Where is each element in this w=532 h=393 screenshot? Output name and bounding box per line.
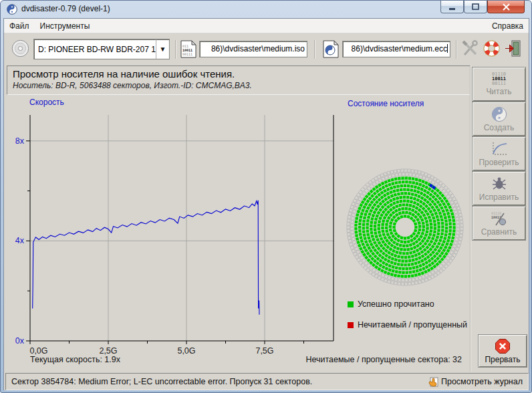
medium-info: Носитель: BD-R, 5063488 секторов, Изгот.… bbox=[13, 81, 464, 90]
current-speed-status: Текущая скорость: 1.9x bbox=[30, 355, 120, 364]
svg-text:7,5G: 7,5G bbox=[255, 346, 273, 356]
fix-button[interactable]: Исправить bbox=[472, 171, 526, 206]
maximize-button[interactable] bbox=[464, 1, 487, 13]
preferences-tools-icon[interactable] bbox=[462, 40, 479, 57]
toolbar-separator bbox=[314, 40, 315, 59]
menu-file[interactable]: Файл bbox=[4, 19, 35, 33]
stop-x-icon bbox=[495, 338, 511, 354]
ecc-path-value: 86)\dvdisaster\medium.ecc bbox=[352, 44, 448, 53]
compare-button[interactable]: 01110 10011 Сравнить bbox=[472, 206, 526, 241]
drive-selector-value: D: PIONEER BD-RW BDR-207 1 bbox=[34, 45, 156, 54]
close-button[interactable] bbox=[487, 1, 525, 13]
action-title: Просмотр носителя на наличие ошибок чтен… bbox=[13, 68, 464, 80]
menu-tools[interactable]: Инструменты bbox=[35, 19, 96, 33]
app-window: dvdisaster-0.79 (devel-1) Файл Инструмен… bbox=[0, 0, 532, 393]
minimize-button[interactable] bbox=[440, 1, 464, 13]
speed-chart: 0,0G2,5G5,0G7,5G0x4x8x bbox=[4, 107, 338, 357]
legend-label-read: Успешно прочитано bbox=[358, 299, 434, 309]
status-footer: Сектор 3854784: Medium Error; L-EC uncor… bbox=[5, 373, 529, 390]
text-caret bbox=[447, 44, 448, 53]
menubar: Файл Инструменты Справка bbox=[4, 19, 529, 33]
menu-help[interactable]: Справка bbox=[487, 19, 529, 33]
svg-text:8x: 8x bbox=[15, 136, 25, 146]
svg-text:00111: 00111 bbox=[182, 52, 192, 56]
curve-chart-icon bbox=[491, 141, 508, 157]
legend-swatch-red bbox=[348, 322, 354, 328]
ecc-file-icon bbox=[323, 40, 339, 58]
window-title: dvdisaster-0.79 (devel-1) bbox=[21, 4, 110, 13]
iso-file-icon: 011 10011 00111 bbox=[180, 40, 196, 58]
titlebar: dvdisaster-0.79 (devel-1) bbox=[1, 1, 531, 18]
yinyang-icon bbox=[491, 106, 507, 122]
toolbar-separator bbox=[456, 40, 457, 59]
chevron-down-icon: ▼ bbox=[156, 39, 169, 59]
view-log-link[interactable]: Просмотреть журнал bbox=[428, 377, 523, 387]
toolbar-separator bbox=[175, 40, 176, 59]
action-header-panel: Просмотр носителя на наличие ошибок чтен… bbox=[7, 66, 471, 95]
app-yinyang-icon bbox=[7, 4, 17, 15]
iso-path-field[interactable]: 86)\dvdisaster\medium.iso bbox=[199, 41, 307, 57]
legend-label-unreadable: Нечитаемый / пропущенный bbox=[358, 320, 467, 330]
footer-message: Сектор 3854784: Medium Error; L-EC uncor… bbox=[11, 377, 312, 386]
chart-title: Скорость bbox=[29, 98, 64, 107]
help-lifebuoy-icon[interactable] bbox=[483, 39, 501, 57]
legend-swatch-green bbox=[348, 301, 354, 307]
svg-text:5,0G: 5,0G bbox=[177, 346, 195, 356]
iso-path-value: 86)\dvdisaster\medium.iso bbox=[211, 44, 305, 53]
client-area: Файл Инструменты Справка D: PIONEER BD-R… bbox=[3, 18, 529, 390]
svg-text:0,0G: 0,0G bbox=[29, 346, 47, 356]
svg-text:2,5G: 2,5G bbox=[99, 346, 117, 356]
svg-text:0x: 0x bbox=[15, 336, 25, 346]
journal-hand-icon bbox=[428, 377, 438, 387]
legend-row-read: Успешно прочитано bbox=[348, 299, 434, 309]
exit-door-icon[interactable] bbox=[504, 39, 522, 57]
create-button[interactable]: Создать bbox=[472, 102, 526, 136]
disc-map bbox=[344, 164, 472, 289]
media-state-title: Состояние носителя bbox=[348, 99, 424, 108]
toolbar: D: PIONEER BD-RW BDR-207 1 ▼ 011 10011 0… bbox=[4, 33, 529, 66]
verify-button[interactable]: Проверить bbox=[472, 136, 526, 171]
drive-selector[interactable]: D: PIONEER BD-RW BDR-207 1 ▼ bbox=[33, 39, 170, 59]
legend-row-unreadable: Нечитаемый / пропущенный bbox=[348, 320, 467, 330]
ecc-path-field[interactable]: 86)\dvdisaster\medium.ecc bbox=[342, 41, 450, 57]
unreadable-sectors-status: Нечитаемые / пропущенные сектора: 32 bbox=[305, 355, 462, 364]
disc-drive-icon bbox=[11, 39, 29, 57]
sidebar-divider bbox=[470, 66, 471, 372]
read-binary-icon: 011101001100111 bbox=[492, 72, 506, 86]
read-button[interactable]: 011101001100111 Читать bbox=[472, 67, 526, 102]
svg-text:4x: 4x bbox=[15, 236, 25, 245]
abort-button[interactable]: Прервать bbox=[478, 334, 527, 368]
bug-icon bbox=[491, 176, 508, 192]
compare-percent-icon: 01110 10011 bbox=[491, 211, 508, 227]
